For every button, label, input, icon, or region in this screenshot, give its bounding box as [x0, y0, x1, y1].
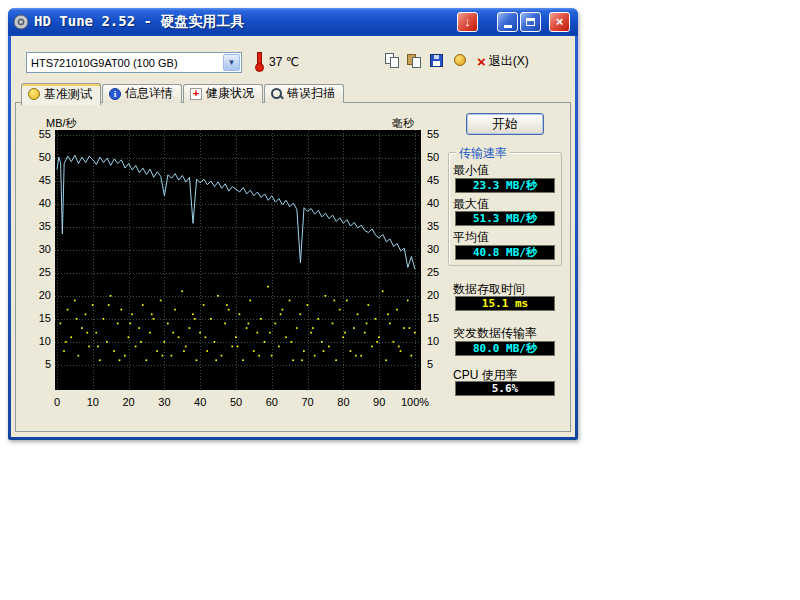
y-tick-left: 30 — [27, 243, 51, 255]
y-tick-left: 5 — [27, 358, 51, 370]
x-tick: 0 — [42, 396, 72, 408]
scan-icon — [271, 88, 283, 100]
tab-label: 健康状况 — [206, 85, 254, 102]
window-body: HTS721010G9AT00 (100 GB) ▼ 37 ℃ × 退出(X) — [11, 36, 575, 437]
tab-error-scan[interactable]: 错误扫描 — [264, 84, 344, 103]
y-tick-left: 50 — [27, 151, 51, 163]
y-tick-left: 35 — [27, 220, 51, 232]
minimize-icon — [504, 25, 512, 28]
options-shape — [454, 54, 466, 66]
tab-label: 错误扫描 — [287, 85, 335, 102]
floppy-shape — [430, 54, 443, 67]
benchmark-icon — [28, 88, 40, 100]
y-tick-left: 20 — [27, 289, 51, 301]
tab-benchmark[interactable]: 基准测试 — [21, 83, 101, 105]
maximize-button[interactable] — [520, 12, 541, 32]
avg-value: 40.8 MB/秒 — [455, 245, 555, 260]
y-tick-right: 25 — [427, 266, 453, 278]
x-tick: 60 — [257, 396, 287, 408]
x-tick: 30 — [149, 396, 179, 408]
y-tick-right: 15 — [427, 312, 453, 324]
benchmark-chart: 5550454035302520151055550454035302520151… — [55, 130, 421, 390]
minimize-button[interactable] — [497, 12, 518, 32]
avg-label: 平均值 — [453, 229, 489, 246]
page-shape — [390, 57, 399, 68]
tab-strip: 基准测试 i 信息详情 + 健康状况 错误扫描 — [21, 83, 345, 103]
hd-tune-window: HD Tune 2.52 - 硬盘实用工具 ↓ × HTS721010G9AT0… — [8, 8, 578, 440]
y-tick-left: 40 — [27, 197, 51, 209]
update-button[interactable]: ↓ — [457, 12, 478, 32]
chart-canvas — [55, 130, 421, 390]
burst-rate-value: 80.0 MB/秒 — [455, 341, 555, 356]
y-tick-right: 20 — [427, 289, 453, 301]
benchmark-panel: MB/秒 毫秒 55504540353025201510555504540353… — [15, 102, 571, 432]
temperature-value: 37 ℃ — [269, 55, 299, 69]
exit-button[interactable]: × 退出(X) — [477, 53, 529, 70]
tab-info[interactable]: i 信息详情 — [102, 84, 182, 103]
transfer-rate-group-title: 传输速率 — [456, 145, 510, 162]
info-icon: i — [109, 88, 121, 100]
y-tick-left: 45 — [27, 174, 51, 186]
thermometer-icon — [254, 51, 263, 72]
x-tick: 70 — [293, 396, 323, 408]
y-tick-left: 55 — [27, 128, 51, 140]
y-axis-right-title: 毫秒 — [392, 116, 414, 131]
x-tick: 100% — [400, 396, 430, 408]
tab-label: 信息详情 — [125, 85, 173, 102]
min-label: 最小值 — [453, 162, 489, 179]
access-time-value: 15.1 ms — [455, 296, 555, 311]
exit-label: 退出(X) — [489, 53, 529, 70]
cpu-usage-value: 5.6% — [455, 381, 555, 396]
start-button[interactable]: 开始 — [466, 113, 544, 135]
window-title: HD Tune 2.52 - 硬盘实用工具 — [34, 13, 244, 31]
y-tick-right: 10 — [427, 335, 453, 347]
close-button[interactable]: × — [549, 12, 570, 32]
x-tick: 10 — [78, 396, 108, 408]
x-tick: 20 — [114, 396, 144, 408]
y-tick-right: 55 — [427, 128, 453, 140]
burst-rate-label: 突发数据传输率 — [453, 325, 537, 342]
health-icon: + — [190, 88, 202, 100]
x-tick: 50 — [221, 396, 251, 408]
x-tick: 80 — [328, 396, 358, 408]
x-tick: 90 — [364, 396, 394, 408]
min-value: 23.3 MB/秒 — [455, 178, 555, 193]
save-screenshot-icon[interactable] — [427, 52, 447, 70]
x-tick: 40 — [185, 396, 215, 408]
y-tick-right: 5 — [427, 358, 453, 370]
copy-text-icon[interactable] — [405, 52, 425, 70]
y-tick-left: 25 — [27, 266, 51, 278]
options-icon[interactable] — [451, 52, 471, 70]
dropdown-arrow-icon[interactable]: ▼ — [223, 54, 240, 71]
drive-select-dropdown[interactable]: HTS721010G9AT00 (100 GB) ▼ — [26, 52, 242, 73]
max-value: 51.3 MB/秒 — [455, 211, 555, 226]
tab-label: 基准测试 — [44, 86, 92, 103]
drive-select-value: HTS721010G9AT00 (100 GB) — [27, 57, 223, 69]
app-icon — [13, 14, 29, 30]
titlebar[interactable]: HD Tune 2.52 - 硬盘实用工具 ↓ × — [8, 8, 578, 36]
copy-screenshot-icon[interactable] — [383, 52, 403, 70]
tab-health[interactable]: + 健康状况 — [183, 84, 263, 103]
maximize-icon — [526, 18, 535, 26]
exit-x-icon: × — [477, 55, 486, 69]
y-tick-left: 10 — [27, 335, 51, 347]
y-tick-left: 15 — [27, 312, 51, 324]
page-shape — [412, 57, 421, 68]
